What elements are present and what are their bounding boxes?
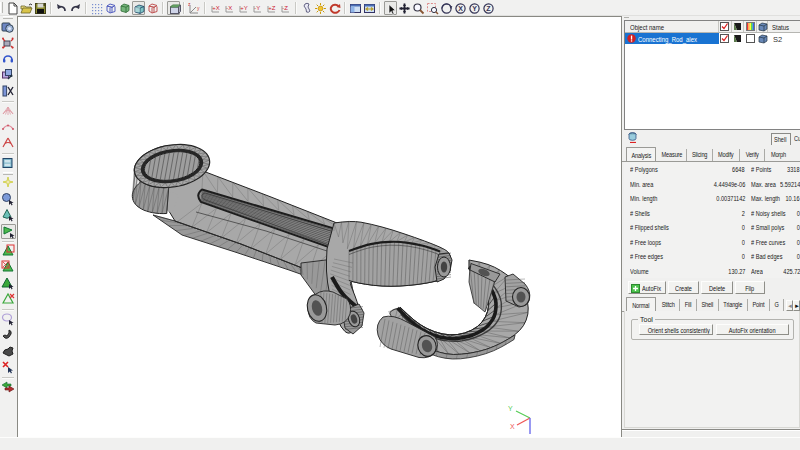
svg-text:+Z: +Z <box>268 5 276 11</box>
svg-text:X: X <box>510 423 515 430</box>
svg-text:-X: -X <box>226 5 232 11</box>
svg-text:+Y: +Y <box>240 5 248 11</box>
svg-text:Z: Z <box>486 5 491 12</box>
svg-text:Y: Y <box>472 5 477 12</box>
svg-text:+X: +X <box>212 5 220 11</box>
svg-text:Y: Y <box>508 405 513 412</box>
svg-text:-Z: -Z <box>282 5 288 11</box>
svg-text:X: X <box>458 5 463 12</box>
svg-text:z: z <box>188 2 191 7</box>
svg-text:y: y <box>197 5 200 11</box>
svg-text:-Y: -Y <box>254 5 260 11</box>
